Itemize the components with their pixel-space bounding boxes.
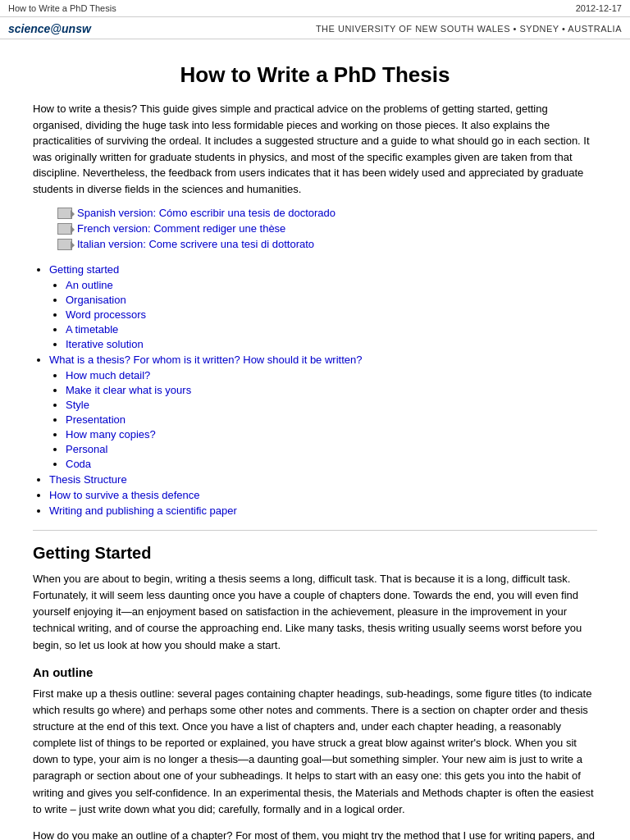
site-logo: science@unsw [8,22,91,35]
toc-sub-item: An outline [66,279,597,291]
toc-sub-link[interactable]: Iterative solution [66,338,144,350]
toc-list: Getting startedAn outlineOrganisationWor… [49,263,597,517]
toc-item: Writing and publishing a scientific pape… [49,504,597,517]
toc-item: How to survive a thesis defence [49,489,597,501]
translation-links: Spanish version: Cómo escribir una tesis… [57,207,597,250]
main-content: How to Write a PhD Thesis How to write a… [0,39,630,840]
toc-sub-link[interactable]: Word processors [66,308,146,321]
toc-sub-link[interactable]: How much detail? [66,369,150,381]
university-name: THE UNIVERSITY OF NEW SOUTH WALES • SYDN… [316,24,622,34]
toc-item: What is a thesis? For whom is it written… [49,354,597,470]
an-outline-heading: An outline [33,665,597,679]
section-divider [33,530,597,531]
toc-sub-link[interactable]: An outline [66,279,113,291]
top-bar: How to Write a PhD Thesis 2012-12-17 [0,0,630,17]
toc-sub-item: Coda [66,458,597,470]
toc-sub-link[interactable]: Style [66,399,89,411]
toc-sub-item: Style [66,399,597,411]
toc-sub-item: Presentation [66,413,597,426]
toc-sub-link[interactable]: A timetable [66,323,118,336]
toc-sub-item: How much detail? [66,369,597,381]
toc-link[interactable]: How to survive a thesis defence [49,489,200,501]
page-icon [57,223,72,235]
toc-link[interactable]: Getting started [49,263,119,276]
toc-sub-item: Word processors [66,308,597,321]
toc-sub-link[interactable]: Make it clear what is yours [66,384,191,396]
page-title: How to Write a PhD Thesis [33,62,597,88]
toc-sub-link[interactable]: Personal [66,443,107,455]
toc-sub-list: An outlineOrganisationWord processorsA t… [66,279,597,350]
translation-link[interactable]: Italian version: Come scrivere una tesi … [57,238,597,250]
toc-item: Thesis Structure [49,473,597,486]
outline-para1: First make up a thesis outline: several … [33,686,597,818]
translation-link[interactable]: Spanish version: Cómo escribir una tesis… [57,207,597,219]
page-icon [57,239,72,250]
header-banner: science@unsw THE UNIVERSITY OF NEW SOUTH… [0,17,630,39]
getting-started-heading: Getting Started [33,544,597,563]
page-icon [57,208,72,219]
top-bar-date: 2012-12-17 [576,3,622,13]
table-of-contents: Getting startedAn outlineOrganisationWor… [33,263,597,517]
toc-sub-link[interactable]: Presentation [66,413,126,426]
toc-sub-item: A timetable [66,323,597,336]
toc-sub-item: Iterative solution [66,338,597,350]
toc-item: Getting startedAn outlineOrganisationWor… [49,263,597,350]
toc-sub-item: Personal [66,443,597,455]
toc-link[interactable]: Writing and publishing a scientific pape… [49,504,237,517]
toc-link[interactable]: What is a thesis? For whom is it written… [49,354,362,366]
outline-para2: How do you make an outline of a chapter?… [33,828,597,840]
translation-link[interactable]: French version: Comment rediger une thès… [57,222,597,235]
toc-sub-item: Make it clear what is yours [66,384,597,396]
toc-link[interactable]: Thesis Structure [49,473,127,486]
toc-sub-link[interactable]: Coda [66,458,91,470]
toc-sub-link[interactable]: Organisation [66,294,126,306]
toc-sub-item: How many copies? [66,428,597,441]
toc-sub-item: Organisation [66,294,597,306]
toc-sub-link[interactable]: How many copies? [66,428,156,441]
getting-started-intro: When you are about to begin, writing a t… [33,571,597,654]
top-bar-title: How to Write a PhD Thesis [8,3,116,13]
intro-paragraph: How to write a thesis? This guide gives … [33,101,597,197]
toc-sub-list: How much detail?Make it clear what is yo… [66,369,597,470]
